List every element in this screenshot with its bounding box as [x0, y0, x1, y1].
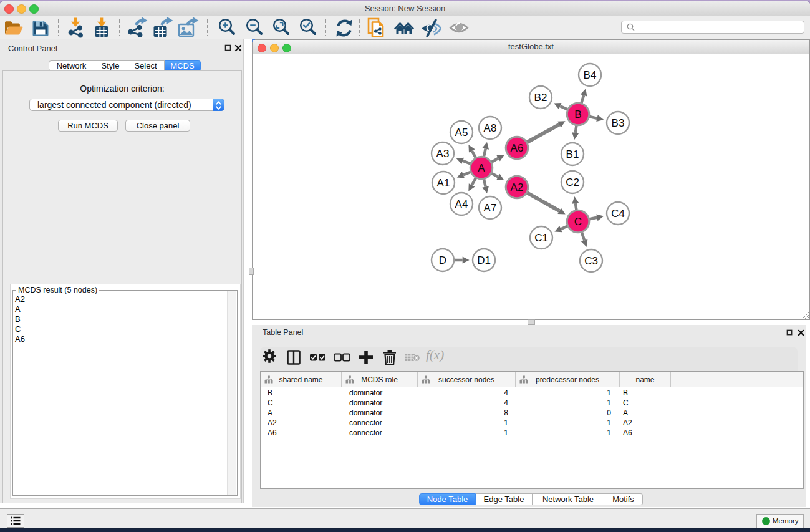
svg-text:A5: A5: [455, 127, 468, 138]
svg-text:C3: C3: [584, 255, 598, 267]
svg-text:B3: B3: [612, 117, 625, 129]
svg-text:B1: B1: [566, 148, 579, 160]
svg-text:B4: B4: [584, 69, 597, 81]
svg-text:A7: A7: [484, 202, 497, 214]
svg-text:A: A: [478, 162, 485, 174]
svg-text:D: D: [439, 254, 446, 266]
svg-text:C1: C1: [534, 232, 548, 244]
svg-text:A6: A6: [511, 142, 524, 154]
svg-text:C: C: [574, 216, 582, 228]
svg-text:A8: A8: [484, 122, 497, 134]
svg-text:A1: A1: [437, 177, 450, 189]
svg-text:C2: C2: [566, 177, 579, 188]
svg-text:B: B: [574, 109, 581, 120]
svg-text:D1: D1: [477, 254, 491, 266]
svg-text:B2: B2: [534, 92, 547, 104]
svg-text:C4: C4: [611, 208, 625, 220]
svg-text:A2: A2: [511, 181, 524, 193]
svg-text:A3: A3: [436, 148, 450, 160]
svg-text:A4: A4: [455, 198, 468, 210]
